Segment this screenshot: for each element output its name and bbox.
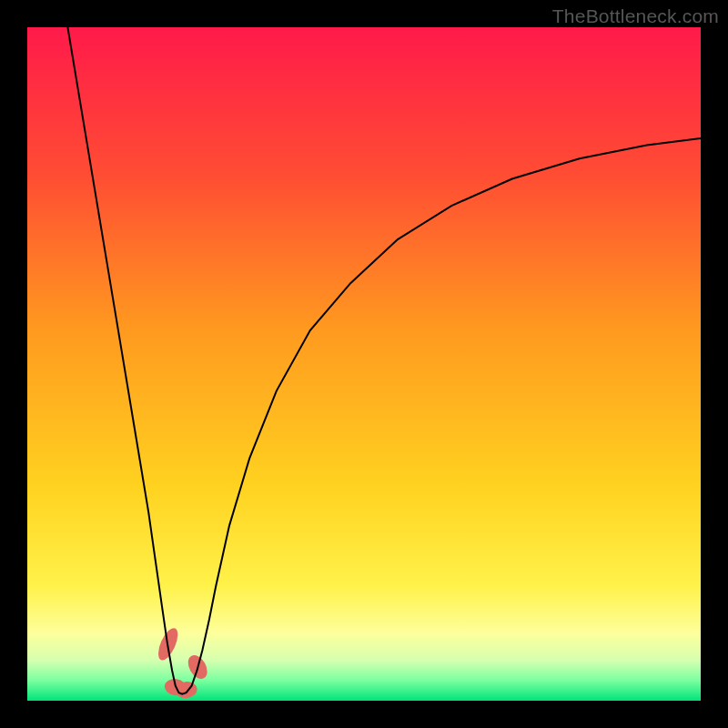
- chart-frame: TheBottleneck.com: [0, 0, 728, 728]
- markers-group: [155, 625, 211, 699]
- plot-area: [27, 27, 701, 701]
- curve-layer: [27, 27, 701, 701]
- bottleneck-curve: [67, 27, 701, 694]
- watermark-text: TheBottleneck.com: [552, 5, 719, 27]
